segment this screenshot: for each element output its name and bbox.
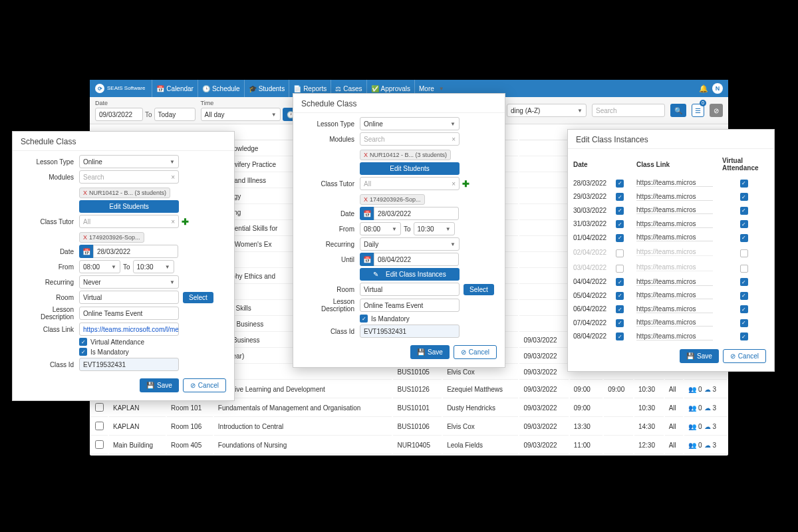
modules-search-input[interactable]: Search×: [79, 170, 179, 184]
instance-link[interactable]: https://teams.micros: [636, 233, 713, 241]
row-checkbox[interactable]: [95, 422, 104, 430]
instance-link[interactable]: https://teams.micros: [636, 278, 713, 286]
instance-enable-checkbox[interactable]: [616, 180, 624, 188]
remove-icon[interactable]: X: [364, 196, 368, 203]
until-input[interactable]: 08/04/2022: [374, 253, 459, 266]
mandatory-checkbox[interactable]: [79, 348, 87, 356]
from-time-select[interactable]: 08:00▼: [360, 222, 401, 235]
instance-enable-checkbox[interactable]: [616, 319, 624, 327]
row-checkbox[interactable]: [95, 403, 104, 412]
instance-va-checkbox[interactable]: [740, 305, 748, 313]
calendar-icon[interactable]: 📅: [360, 253, 374, 266]
edit-instances-button[interactable]: ✎ Edit Class Instances: [360, 268, 460, 281]
lesson-type-select[interactable]: Online▼: [79, 155, 179, 168]
calendar-icon[interactable]: 📅: [79, 245, 94, 258]
instance-va-checkbox[interactable]: [740, 234, 748, 242]
instance-link[interactable]: https://teams.micros: [636, 291, 713, 299]
link-input[interactable]: https://teams.microsoft.com/l/meetu: [79, 323, 179, 336]
modules-search-input[interactable]: Search×: [360, 132, 460, 146]
edit-students-button[interactable]: Edit Students: [79, 200, 179, 213]
table-row[interactable]: KAPLANRoom 101Fundamentals of Management…: [91, 400, 727, 417]
users-icon[interactable]: 👥: [688, 423, 696, 430]
users-icon[interactable]: 👥: [688, 442, 696, 449]
date-to-input[interactable]: Today: [154, 108, 196, 121]
instance-va-checkbox[interactable]: [740, 292, 748, 300]
tutor-tag[interactable]: X1749203926-Sop...: [360, 194, 425, 205]
search-input[interactable]: Search: [592, 104, 665, 117]
tutor-tag[interactable]: X1749203926-Sop...: [79, 232, 144, 243]
lesson-type-select[interactable]: Online▼: [360, 117, 460, 130]
bell-icon[interactable]: 🔔: [699, 84, 708, 93]
instance-va-checkbox[interactable]: [740, 220, 748, 228]
save-button[interactable]: 💾Save: [680, 349, 719, 363]
nav-calendar[interactable]: 📅Calendar: [152, 80, 198, 97]
date-from-input[interactable]: 09/03/2022: [95, 108, 143, 121]
cancel-button[interactable]: ⊘Cancel: [723, 349, 766, 363]
instance-enable-checkbox[interactable]: [616, 292, 624, 300]
instance-enable-checkbox[interactable]: [616, 234, 624, 242]
instance-va-checkbox[interactable]: [740, 265, 748, 273]
instance-va-checkbox[interactable]: [740, 249, 748, 257]
remove-icon[interactable]: X: [83, 190, 87, 196]
instance-link[interactable]: https://teams.micros: [636, 332, 713, 340]
recurring-select[interactable]: Never▼: [79, 275, 179, 289]
save-button[interactable]: 💾Save: [140, 378, 179, 392]
instance-enable-checkbox[interactable]: [616, 249, 624, 257]
instance-va-checkbox[interactable]: [740, 332, 748, 340]
reset-filter-button[interactable]: ⊘: [710, 104, 723, 117]
tutor-select[interactable]: All×: [360, 177, 460, 190]
add-tutor-icon[interactable]: ✚: [462, 179, 469, 189]
module-tag[interactable]: XNUR10412 - B... (3 students): [79, 188, 170, 198]
recurring-select[interactable]: Daily▼: [360, 237, 460, 251]
table-row[interactable]: KAPLANRoom 106Introduction to CentralBUS…: [91, 418, 727, 436]
instance-link[interactable]: https://teams.micros: [636, 220, 713, 228]
cloud-icon[interactable]: ☁: [704, 404, 711, 412]
instance-link[interactable]: https://teams.micros: [636, 263, 713, 271]
cloud-icon[interactable]: ☁: [704, 442, 711, 449]
date-input[interactable]: 28/03/2022: [93, 245, 178, 258]
users-icon[interactable]: 👥: [688, 404, 696, 412]
instance-link[interactable]: https://teams.micros: [636, 193, 713, 201]
instance-enable-checkbox[interactable]: [616, 278, 624, 286]
room-select-button[interactable]: Select: [464, 284, 494, 295]
virtual-attendance-checkbox[interactable]: [79, 338, 87, 346]
instance-va-checkbox[interactable]: [740, 319, 748, 327]
instance-va-checkbox[interactable]: [740, 207, 748, 215]
room-input[interactable]: Virtual: [360, 283, 460, 296]
edit-students-button[interactable]: Edit Students: [360, 162, 460, 175]
search-button[interactable]: 🔍: [670, 104, 686, 117]
module-tag[interactable]: XNUR10412 - B... (3 students): [360, 150, 451, 160]
instance-link[interactable]: https://teams.micros: [636, 206, 713, 214]
to-time-select[interactable]: 10:30▼: [414, 222, 455, 235]
from-time-select[interactable]: 08:00▼: [79, 260, 120, 273]
instance-enable-checkbox[interactable]: [616, 332, 624, 340]
classid-input[interactable]: EVT19532431: [79, 358, 179, 371]
classid-input[interactable]: EVT19532431: [360, 325, 460, 338]
instance-va-checkbox[interactable]: [740, 180, 748, 188]
desc-input[interactable]: Online Teams Event: [79, 307, 179, 320]
time-select[interactable]: All day▼: [201, 108, 281, 121]
instance-link[interactable]: https://teams.micros: [636, 179, 713, 187]
remove-icon[interactable]: X: [364, 152, 368, 158]
remove-icon[interactable]: X: [83, 234, 87, 241]
sort-select[interactable]: ding (A-Z)▼: [507, 104, 587, 117]
cloud-icon[interactable]: ☁: [704, 423, 711, 430]
users-icon[interactable]: 👥: [688, 386, 696, 393]
mandatory-checkbox[interactable]: [360, 315, 368, 323]
desc-input[interactable]: Online Teams Event: [360, 299, 460, 312]
room-input[interactable]: Virtual: [79, 291, 179, 304]
row-checkbox[interactable]: [95, 440, 104, 449]
instance-enable-checkbox[interactable]: [616, 265, 624, 273]
instance-enable-checkbox[interactable]: [616, 220, 624, 228]
room-select-button[interactable]: Select: [183, 292, 213, 303]
table-row[interactable]: Main BuildingRoom 405Foundations of Nurs…: [91, 437, 727, 454]
date-input[interactable]: 28/03/2022: [374, 207, 459, 220]
tutor-select[interactable]: All×: [79, 215, 179, 228]
to-time-select[interactable]: 10:30▼: [133, 260, 174, 273]
cancel-button[interactable]: ⊘Cancel: [454, 345, 497, 359]
instance-link[interactable]: https://teams.micros: [636, 248, 713, 256]
save-button[interactable]: 💾Save: [410, 345, 450, 359]
instance-va-checkbox[interactable]: [740, 278, 748, 286]
instance-enable-checkbox[interactable]: [616, 193, 624, 201]
cloud-icon[interactable]: ☁: [704, 386, 711, 393]
